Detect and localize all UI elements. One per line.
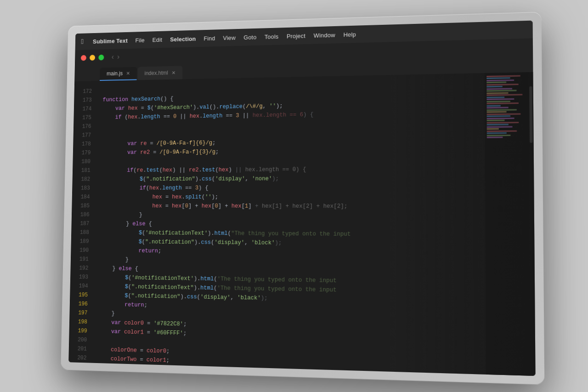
nav-arrows: ‹ ›	[112, 53, 120, 61]
code-line-186: }	[101, 210, 479, 221]
ln-199: 199	[69, 326, 87, 335]
minimap-line	[487, 125, 513, 127]
ln-181: 181	[73, 166, 90, 175]
tab-index-html[interactable]: index.html ✕	[137, 66, 182, 80]
menu-project[interactable]: Project	[287, 32, 305, 40]
minimap-line	[486, 113, 520, 114]
minimap-line	[486, 98, 514, 100]
ln-202: 202	[68, 353, 86, 363]
menu-help[interactable]: Help	[344, 31, 356, 38]
tab-index-html-label: index.html	[144, 69, 168, 76]
minimap-line	[486, 94, 522, 96]
laptop-frame:  Sublime Text File Edit Selection Find …	[61, 11, 544, 385]
ln-183: 183	[72, 184, 90, 193]
tab-main-js[interactable]: main.js ✕	[100, 67, 137, 80]
minimap-line	[487, 130, 517, 132]
minimap-line	[487, 128, 499, 129]
ln-195: 195	[70, 290, 88, 299]
ln-174: 174	[74, 104, 92, 114]
ln-193: 193	[70, 273, 88, 282]
minimap-line	[487, 136, 503, 138]
menu-tools[interactable]: Tools	[265, 33, 279, 40]
ln-176: 176	[74, 122, 91, 131]
minimap-line	[486, 100, 510, 102]
minimap[interactable]	[485, 72, 531, 376]
minimap-line	[486, 87, 512, 89]
tab-main-js-label: main.js	[107, 70, 123, 76]
ln-189: 189	[71, 237, 89, 246]
minimap-line	[487, 134, 511, 136]
ln-175: 175	[74, 113, 91, 122]
screen:  Sublime Text File Edit Selection Find …	[68, 20, 535, 375]
minimap-line	[486, 108, 516, 110]
minimap-line	[487, 124, 509, 125]
ln-186: 186	[72, 210, 90, 219]
ln-192: 192	[70, 263, 88, 273]
ln-194: 194	[70, 281, 88, 290]
code-line-184: hex = hex.split('');	[101, 192, 478, 202]
code-line-182: $(".notification").css('display', 'none'…	[101, 173, 478, 183]
code-editor: 172 173 174 175 176 177 178 179 180 181 …	[68, 72, 535, 375]
ln-179: 179	[73, 148, 91, 157]
menu-edit[interactable]: Edit	[152, 36, 162, 43]
menu-selection[interactable]: Selection	[170, 35, 196, 42]
minimap-line	[487, 119, 505, 121]
ln-197: 197	[69, 308, 87, 317]
ln-201: 201	[69, 344, 87, 354]
ln-196: 196	[70, 299, 88, 308]
minimap-line	[487, 132, 507, 134]
ln-187: 187	[71, 219, 89, 228]
ln-182: 182	[72, 175, 90, 183]
minimap-line	[487, 121, 519, 123]
code-content[interactable]: function hexSearch() { var hex = $('#hex…	[91, 73, 486, 374]
ln-198: 198	[69, 317, 87, 326]
ln-177: 177	[73, 131, 91, 140]
minimap-line	[486, 90, 516, 91]
minimap-line	[486, 83, 518, 85]
menu-sublime-text[interactable]: Sublime Text	[93, 37, 128, 44]
back-arrow-icon[interactable]: ‹	[112, 53, 114, 61]
minimap-line	[486, 96, 504, 98]
minimap-line	[486, 111, 506, 113]
ln-200: 200	[69, 335, 87, 345]
minimap-line	[486, 102, 518, 104]
minimap-line	[486, 77, 510, 79]
minimap-line	[486, 74, 520, 77]
ln-180: 180	[73, 157, 90, 166]
code-line-185: hex = hex[0] + hex[0] + hex[1] + hex[1] …	[101, 201, 479, 211]
forward-arrow-icon[interactable]: ›	[117, 53, 119, 61]
minimap-line	[486, 85, 503, 87]
ln-184: 184	[72, 193, 90, 201]
minimap-line	[486, 92, 509, 94]
menu-window[interactable]: Window	[314, 31, 335, 39]
apple-icon: 	[81, 38, 84, 45]
maximize-button[interactable]	[98, 54, 104, 60]
ln-185: 185	[72, 201, 90, 210]
menu-view[interactable]: View	[223, 34, 236, 41]
code-line-183: if(hex.length == 3) {	[101, 183, 479, 193]
minimap-line	[487, 115, 511, 117]
close-button[interactable]	[81, 55, 86, 61]
menu-goto[interactable]: Goto	[243, 34, 256, 40]
minimap-line	[487, 117, 515, 119]
menu-find[interactable]: Find	[204, 34, 215, 41]
tab-index-html-close[interactable]: ✕	[171, 69, 175, 75]
ln-178: 178	[73, 140, 91, 148]
ln-203: 203	[68, 362, 86, 372]
menu-file[interactable]: File	[135, 36, 144, 43]
minimap-line	[486, 107, 509, 108]
ln-190: 190	[71, 245, 89, 255]
scrollbar-thumb[interactable]	[529, 86, 532, 142]
code-line-181: if(re.test(hex) || re2.test(hex) || hex.…	[101, 164, 478, 175]
ln-172: 172	[74, 87, 92, 96]
ln-173: 173	[74, 96, 92, 105]
minimap-content	[485, 72, 529, 141]
ln-188: 188	[71, 228, 89, 237]
tab-main-js-close[interactable]: ✕	[126, 70, 130, 76]
ln-191: 191	[71, 255, 89, 264]
minimap-line	[486, 81, 506, 83]
minimap-line	[486, 105, 500, 107]
laptop-bezel:  Sublime Text File Edit Selection Find …	[61, 11, 544, 385]
minimize-button[interactable]	[90, 54, 95, 60]
minimap-line	[486, 79, 514, 81]
